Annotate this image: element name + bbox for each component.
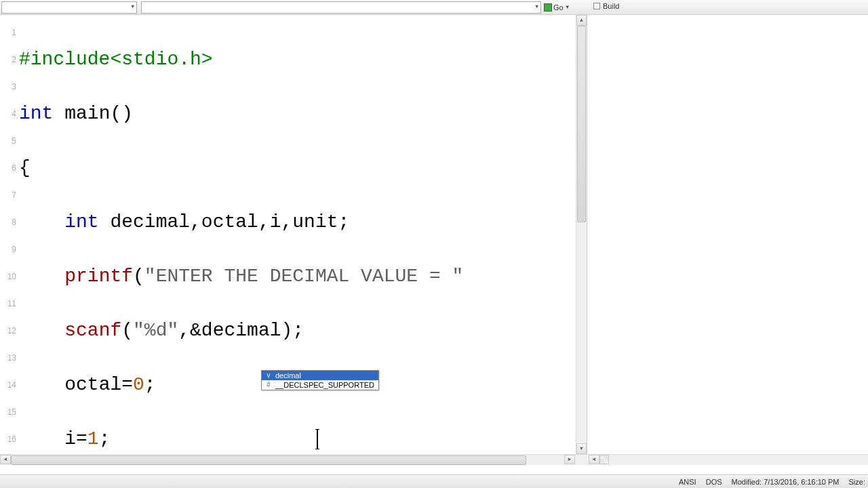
scope-dropdown[interactable]: [1, 1, 137, 14]
go-icon: [544, 3, 552, 12]
code-token: ,&decimal);: [178, 320, 304, 341]
code-token: (: [121, 320, 133, 341]
scroll-down-button[interactable]: ▼: [576, 443, 587, 454]
line-number: 5: [0, 127, 19, 155]
scroll-thumb[interactable]: [577, 26, 586, 222]
autocomplete-label: __DECLSPEC_SUPPORTED: [275, 381, 374, 389]
vertical-scrollbar[interactable]: ▲ ▼: [576, 15, 587, 454]
variable-icon: v: [264, 371, 273, 380]
build-panel-header[interactable]: Build: [593, 2, 619, 10]
status-encoding: ANSI: [679, 478, 696, 486]
line-number: 12: [0, 317, 19, 344]
build-icon: [593, 3, 600, 9]
line-number: 9: [0, 236, 19, 263]
line-number: 15: [0, 399, 19, 426]
grip-icon: [599, 455, 609, 464]
text-cursor-icon: [317, 429, 318, 449]
autocomplete-popup[interactable]: v decimal # __DECLSPEC_SUPPORTED: [261, 370, 379, 390]
code-token: printf: [64, 266, 133, 287]
code-token: 0: [133, 374, 144, 395]
code-token: int: [19, 103, 53, 124]
status-size: Size:: [849, 478, 865, 486]
code-token: main(): [53, 103, 133, 124]
line-number: 7: [0, 182, 19, 209]
line-number: 14: [0, 371, 19, 399]
code-token: {: [19, 157, 31, 178]
line-number: 8: [0, 209, 19, 236]
status-lineend: DOS: [706, 478, 722, 486]
line-number: 13: [0, 344, 19, 371]
build-output-panel: [587, 15, 868, 454]
scroll-left-button[interactable]: ◄: [589, 455, 599, 464]
code-token: i=: [64, 428, 87, 449]
status-modified: Modified: 7/13/2016, 6:16:10 PM: [732, 478, 840, 486]
scroll-right-button[interactable]: ►: [564, 455, 575, 464]
horizontal-scrollbar[interactable]: ◄ ► ◄: [0, 454, 868, 465]
go-label: Go: [553, 3, 564, 12]
code-token: #include: [19, 49, 110, 70]
toolbar: Go Build: [0, 0, 868, 15]
status-bar: ANSI DOS Modified: 7/13/2016, 6:16:10 PM…: [0, 474, 868, 488]
scroll-left-button[interactable]: ◄: [0, 455, 11, 464]
code-token: "%d": [133, 320, 178, 341]
autocomplete-item[interactable]: v decimal: [262, 371, 378, 380]
code-token: <stdio.h>: [110, 49, 212, 70]
go-button[interactable]: Go: [544, 3, 570, 12]
code-token: ;: [144, 374, 156, 395]
code-token: "ENTER THE DECIMAL VALUE = ": [144, 266, 463, 287]
autocomplete-item[interactable]: # __DECLSPEC_SUPPORTED: [262, 380, 378, 390]
scroll-thumb[interactable]: [11, 455, 526, 465]
code-token: int: [64, 211, 98, 232]
line-number: 1: [0, 19, 19, 46]
autocomplete-label: decimal: [275, 371, 301, 380]
line-number: 6: [0, 155, 19, 182]
symbol-dropdown[interactable]: [141, 1, 541, 14]
line-number: 3: [0, 73, 19, 100]
code-token: scanf: [64, 320, 121, 341]
editor: 1 2 3 4 5 6 7 8 9 10 11 12 13 14 15 16 #…: [0, 15, 587, 454]
line-number: 16: [0, 426, 19, 453]
line-number: 2: [0, 46, 19, 73]
code-token: (: [133, 266, 144, 287]
define-icon: #: [264, 381, 273, 389]
build-label: Build: [603, 2, 619, 10]
line-gutter: 1 2 3 4 5 6 7 8 9 10 11 12 13 14 15 16: [0, 15, 19, 454]
line-number: 11: [0, 290, 19, 317]
code-token: 1: [87, 428, 99, 449]
code-token: octal=: [64, 374, 133, 395]
main-area: 1 2 3 4 5 6 7 8 9 10 11 12 13 14 15 16 #…: [0, 15, 868, 454]
line-number: 4: [0, 100, 19, 127]
code-token: decimal,octal,i,unit;: [99, 211, 350, 232]
code-token: ;: [99, 428, 111, 449]
scroll-up-button[interactable]: ▲: [576, 15, 587, 26]
line-number: 10: [0, 263, 19, 290]
